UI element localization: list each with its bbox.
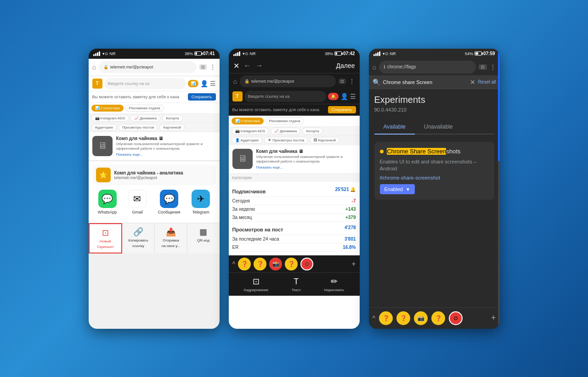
- sub-tab-views-2[interactable]: 👁 Просмотры постов: [264, 137, 308, 144]
- channel-avatar: 🖥: [92, 136, 113, 156]
- sub-tab-instagram[interactable]: 📸 Instagram ADS: [91, 115, 129, 122]
- tool-btn-4[interactable]: ❓: [285, 258, 298, 270]
- sub-tab-cohort[interactable]: Когорта: [162, 115, 183, 122]
- share-app-gmail[interactable]: ✉ Gmail: [128, 190, 147, 214]
- dropdown-arrow: ▼: [406, 187, 410, 192]
- chevron-up-icon[interactable]: ^: [232, 260, 236, 268]
- sub-tabs-2b: 👤 Аудитория 👁 Просмотры постов 🖼 Картинк…: [229, 136, 360, 145]
- next-button[interactable]: Далее: [336, 62, 355, 69]
- clear-search-button[interactable]: ✕: [470, 79, 475, 86]
- url-box-2[interactable]: 🔒 telemetr.me/@pcteapot: [240, 75, 336, 87]
- hamburger-icon[interactable]: ☰: [210, 80, 216, 87]
- url-box-3[interactable]: ℹ chrome://flags: [379, 61, 476, 73]
- reset-all-button[interactable]: Reset all: [478, 79, 496, 84]
- flag-item-chrome-share: Chrome Share Screenshots Enables UI to e…: [374, 142, 494, 200]
- flag-select-wrapper[interactable]: Enabled ▼: [380, 184, 415, 194]
- tab-unavailable[interactable]: Unavailable: [415, 120, 462, 135]
- p3-tool-2[interactable]: ❓: [396, 311, 410, 325]
- share-app-whatsapp[interactable]: 💬 WhatsApp: [98, 190, 117, 214]
- sub-tab-instagram-2[interactable]: 📸 Instagram ADS: [232, 128, 269, 135]
- tool-btn-2[interactable]: ❓: [254, 258, 266, 270]
- network-type: NR: [110, 51, 116, 56]
- tool-text[interactable]: T Текст: [292, 277, 301, 292]
- channel-text: Комп для чайника 🖥 Обучение пользователе…: [116, 136, 216, 157]
- messages-icon: 💬: [160, 190, 178, 208]
- add-icon-3[interactable]: +: [491, 313, 496, 323]
- search-box-2[interactable]: Введите ссылку на ка: [244, 91, 326, 102]
- nav-tabs: 📊 Статистика Рекламная отдача: [89, 103, 220, 114]
- sub-tabs-2a: 📸 Instagram ADS 📈 Динамика Когорта: [229, 127, 360, 136]
- share-sheet: ⭐ Комп для чайника - аналитика telemetr.…: [89, 161, 220, 223]
- action-copy-link[interactable]: 🔗 Копировать ссылку: [122, 223, 155, 253]
- address-bar-1[interactable]: ⌂ 🔒 telemetr.me/@pcteapot ⊡ ⋮: [89, 59, 220, 76]
- icon-btn-1[interactable]: 🔔: [328, 93, 339, 100]
- signal-bar-4: [99, 51, 100, 56]
- action-new-screenshot[interactable]: ⊡ Новый Скриншот: [89, 223, 123, 253]
- save-button[interactable]: Сохранить: [188, 93, 216, 101]
- tool-draw[interactable]: ✏ Нарисовать: [324, 276, 344, 292]
- save-button-2[interactable]: Сохранить: [328, 106, 356, 113]
- stats-button[interactable]: 📊: [188, 80, 198, 87]
- p3-tool-1[interactable]: ❓: [379, 311, 393, 325]
- save-text: Вы можете оставить заметку для себя о ка…: [92, 95, 179, 99]
- home-icon[interactable]: ⌂: [92, 63, 96, 71]
- flag-dot: [380, 150, 384, 153]
- monitor-icon: 🖥: [98, 141, 107, 151]
- share-app-telegram[interactable]: ✈ Telegram: [192, 190, 210, 214]
- search-box[interactable]: Введите ссылку на ка: [104, 78, 186, 89]
- p3-tool-5[interactable]: ⊙: [449, 311, 463, 325]
- menu-icon[interactable]: ⋮: [209, 63, 216, 71]
- menu-icon-2[interactable]: ⋮: [349, 78, 355, 85]
- action-qr[interactable]: ▦ QR-код: [187, 223, 220, 253]
- tab-ad-returns-2[interactable]: Рекламная отдача: [266, 118, 304, 124]
- forward-button[interactable]: →: [256, 62, 263, 70]
- home-icon-3[interactable]: ⌂: [373, 63, 376, 71]
- flag-link[interactable]: #chrome-share-screenshot: [380, 175, 489, 180]
- tab-statistics-2[interactable]: 📊 Статистика: [232, 118, 264, 124]
- enabled-label: Enabled: [384, 186, 403, 192]
- sub-tab-dynamics-2[interactable]: 📈 Динамика: [271, 128, 300, 135]
- tool-btn-5[interactable]: ⊙: [300, 258, 313, 270]
- status-bar-1: ▾⊙ NR 38% 07:41: [89, 49, 220, 59]
- phone3-bottom-toolbar: ^ ❓ ❓ 📸 ❓ ⊙ +: [369, 307, 500, 329]
- profile-icon-2[interactable]: 👤: [340, 93, 348, 100]
- sub-tab-audience[interactable]: Аудитория: [91, 124, 117, 131]
- p3-tool-4[interactable]: ❓: [431, 311, 445, 325]
- chevron-up-icon-3[interactable]: ^: [373, 315, 376, 322]
- sub-tab-picture[interactable]: Картинкой: [159, 124, 184, 131]
- channel-desc-2: Обучение пользователей компьютерной грам…: [256, 155, 356, 164]
- back-button[interactable]: ←: [244, 62, 251, 70]
- search-input[interactable]: Chrome share Screen: [383, 79, 467, 85]
- status-right-2: 38% 07:42: [325, 51, 355, 56]
- tab-statistics[interactable]: 📊 Статистика: [91, 105, 124, 112]
- hamburger-icon-2[interactable]: ☰: [350, 93, 356, 100]
- sub-tab-audience-2[interactable]: 👤 Аудитория: [232, 137, 262, 144]
- profile-icon[interactable]: 👤: [200, 80, 208, 87]
- url-box[interactable]: 🔒 telemetr.me/@pcteapot: [99, 61, 197, 73]
- signal-bar-3: [97, 52, 98, 56]
- sub-tab-picture-2[interactable]: 🖼 Картинкой: [310, 137, 339, 144]
- close-button[interactable]: ✕: [233, 62, 239, 70]
- add-icon[interactable]: +: [351, 260, 356, 268]
- sub-tab-dynamics[interactable]: 📈 Динамика: [130, 115, 160, 122]
- share-app-messages[interactable]: 💬 Сообщения: [158, 190, 181, 214]
- tab-available[interactable]: Available: [374, 120, 415, 135]
- scrollbar[interactable]: [498, 59, 500, 329]
- tab-count-3[interactable]: ⊡: [479, 64, 487, 70]
- tab-count-2[interactable]: ⊡: [339, 79, 346, 84]
- show-more-link-2[interactable]: Показать еще...: [256, 165, 356, 169]
- sub-tab-views[interactable]: Просмотры постов: [119, 124, 158, 131]
- tab-count[interactable]: ⊡: [199, 64, 207, 70]
- tool-crop[interactable]: ⊡ Кадрирование: [244, 276, 269, 292]
- phone-1: ▾⊙ NR 38% 07:41 ⌂ 🔒 telemetr.me/@pcteapo…: [89, 49, 220, 329]
- action-send[interactable]: 📤 Отправка на свои у...: [155, 223, 187, 253]
- tool-btn-1[interactable]: ❓: [238, 258, 251, 270]
- dark-header: Т Введите ссылку на ка 🔔 👤 ☰ Вы можете о…: [229, 89, 360, 116]
- p3-tool-3[interactable]: 📸: [414, 311, 428, 325]
- menu-icon-3[interactable]: ⋮: [490, 63, 496, 71]
- tool-btn-3[interactable]: 📸: [269, 258, 282, 270]
- tab-ad-returns[interactable]: Рекламная отдача: [125, 105, 164, 112]
- sub-tab-cohort-2[interactable]: Когорта: [302, 128, 323, 135]
- home-icon-2[interactable]: ⌂: [233, 78, 237, 85]
- show-more-link[interactable]: Показать еще...: [116, 152, 216, 157]
